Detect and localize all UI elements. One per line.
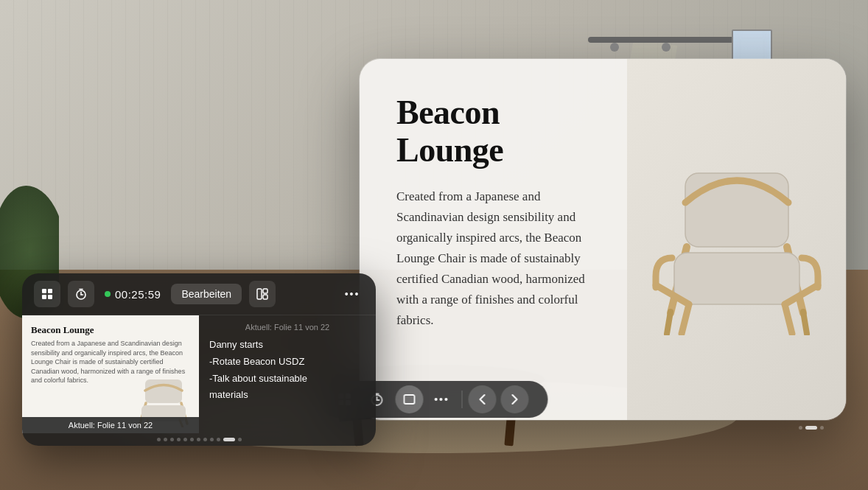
- slide-body: Created from a Japanese and Scandinavian…: [396, 186, 590, 331]
- notes-slide-label: Aktuell: Folie 11 von 22: [209, 323, 365, 332]
- presenter-timer: 00:25:59: [105, 288, 161, 301]
- notes-line-1: Danny starts: [209, 337, 365, 353]
- speaker-notes-panel: Aktuell: Folie 11 von 22 Danny starts -R…: [199, 315, 376, 433]
- svg-rect-30: [145, 379, 182, 403]
- speaker-notes-text: Danny starts -Rotate Beacon USDZ -Talk a…: [209, 337, 365, 403]
- timer-display: 00:25:59: [115, 288, 161, 301]
- slide-status-label: Aktuell: Folie 11 von 22: [22, 417, 199, 433]
- prog-dot: [217, 438, 220, 441]
- presenter-layout-button[interactable]: [249, 281, 276, 307]
- prog-dot: [157, 438, 161, 441]
- grid-icon-small: [41, 288, 53, 300]
- progress-dot: [799, 426, 802, 430]
- svg-rect-0: [685, 173, 788, 247]
- prog-dot: [203, 438, 207, 441]
- prog-dot: [197, 438, 200, 441]
- svg-rect-19: [42, 289, 46, 293]
- prog-dot: [164, 438, 167, 441]
- chevron-right-icon: [511, 393, 519, 405]
- svg-rect-3: [674, 253, 799, 304]
- prog-dot: [183, 438, 187, 441]
- chevron-left-icon: [479, 393, 486, 405]
- svg-rect-28: [263, 289, 267, 293]
- svg-rect-20: [48, 289, 52, 293]
- timer-icon-small: [75, 288, 87, 300]
- svg-rect-22: [48, 295, 52, 299]
- svg-rect-21: [42, 295, 46, 299]
- presenter-body: Beacon Lounge Created from a Japanese an…: [22, 315, 376, 433]
- svg-line-5: [785, 304, 792, 334]
- progress-dot: [820, 426, 824, 430]
- svg-rect-18: [405, 395, 415, 404]
- notes-line-4: materials: [209, 388, 365, 403]
- slide-icon: [403, 393, 416, 406]
- svg-line-4: [682, 304, 689, 334]
- timer-active-indicator: [105, 291, 111, 297]
- prog-dot: [210, 438, 214, 441]
- edit-button[interactable]: Bearbeiten: [171, 284, 242, 304]
- prog-dot-active: [223, 438, 235, 441]
- svg-line-6: [667, 312, 671, 334]
- presenter-toolbar: 00:25:59 Bearbeiten •••: [22, 273, 376, 315]
- layout-icon: [256, 288, 268, 300]
- presenter-more-button[interactable]: •••: [340, 282, 364, 306]
- slide-preview-title: Beacon Lounge: [31, 324, 190, 336]
- slide-progress-dots: [799, 426, 824, 430]
- svg-rect-27: [257, 289, 262, 299]
- svg-rect-29: [263, 295, 267, 299]
- more-options-button[interactable]: •••: [428, 385, 456, 413]
- presenter-timer-button[interactable]: [68, 281, 94, 307]
- presenter-progress-indicator: [22, 433, 376, 446]
- toolbar-divider: [462, 391, 463, 408]
- chair-svg: [648, 144, 825, 335]
- slide-preview-panel: Beacon Lounge Created from a Japanese an…: [22, 315, 199, 433]
- presenter-grid-button[interactable]: [34, 281, 60, 307]
- progress-dot-active: [805, 426, 817, 430]
- prog-dot: [177, 438, 181, 441]
- track-light: [588, 37, 735, 43]
- chair-illustration: [627, 59, 846, 420]
- main-presentation-panel: Beacon Lounge Created from a Japanese an…: [360, 59, 846, 420]
- slide-view-button[interactable]: [396, 385, 424, 413]
- main-panel-text-area: Beacon Lounge Created from a Japanese an…: [360, 59, 627, 420]
- svg-line-7: [803, 312, 807, 334]
- slide-title: Beacon Lounge: [396, 94, 590, 169]
- notes-line-2: -Rotate Beacon USDZ: [209, 354, 365, 370]
- previous-slide-button[interactable]: [469, 385, 497, 413]
- presenter-control-panel: 00:25:59 Bearbeiten ••• Beacon Lounge Cr…: [22, 273, 376, 446]
- chair-image-area: [627, 59, 846, 420]
- notes-line-3: -Talk about sustainable: [209, 371, 365, 387]
- prog-dot: [170, 438, 174, 441]
- prog-dot: [238, 438, 242, 441]
- next-slide-button[interactable]: [501, 385, 529, 413]
- prog-dot: [190, 438, 194, 441]
